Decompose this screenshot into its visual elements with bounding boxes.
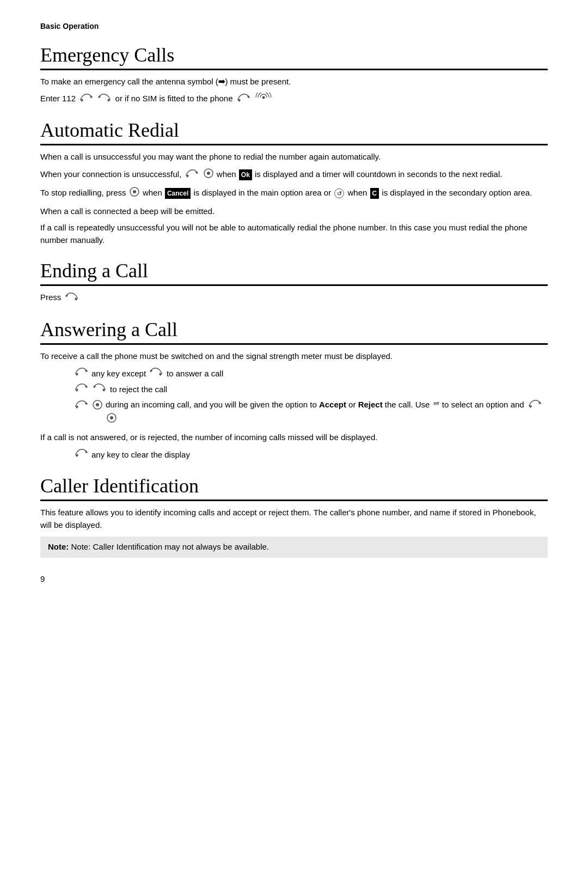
signal-icon [255,93,272,106]
ending-a-call-p1: Press [40,291,548,305]
automatic-redial-p2: When your connection is unsuccessful, wh… [40,168,548,182]
emergency-calls-p1: To make an emergency call the antenna sy… [40,76,548,88]
send-icon-3 [184,168,199,182]
end-icon-bullet2 [92,382,107,396]
nav-icon-2 [129,186,140,201]
answering-a-call-p1: To receive a call the phone must be swit… [40,350,548,363]
answering-extra-bullet-1: any key to clear the display [73,448,548,461]
nav-icon-bullet3b [106,412,117,427]
automatic-redial-p5: If a call is repeatedly unsuccessful you… [40,222,548,246]
emergency-calls-section: Emergency Calls To make an emergency cal… [40,44,548,106]
answering-extra-bullets: any key to clear the display [73,448,548,461]
answering-bullet-2: to reject the call [73,382,548,396]
scroll-nav-icon: ᵐ [433,398,439,412]
svg-point-4 [133,190,136,193]
send-icon-bullet1 [74,367,89,380]
svg-point-2 [207,172,210,175]
answering-bullet-1-text-post: to answer a call [167,367,223,380]
svg-point-8 [110,416,113,419]
page-number: 9 [40,574,548,583]
scroll-icon-1: ↺ [334,188,344,198]
ending-a-call-title: Ending a Call [40,259,548,286]
caller-identification-note: Note: Note: Caller Identification may no… [40,537,548,558]
antenna-symbol: ➡ [218,77,225,86]
reject-label: Reject [358,400,383,409]
send-icon-bullet3b [527,399,542,412]
answering-a-call-title: Answering a Call [40,318,548,345]
basic-operation-label: Basic Operation [40,22,548,31]
ok-badge: Ok [239,169,252,180]
emergency-calls-p2: Enter 112 or if no SIM is fitted to the … [40,93,548,106]
answering-bullet-3: during an incoming call, and you will be… [73,398,548,427]
end-icon-1 [97,93,112,106]
caller-identification-section: Caller Identification This feature allow… [40,474,548,558]
answering-bullet-3-text-1: during an incoming call, and you will be… [106,398,548,427]
answering-bullet-1-text-pre: any key except [91,367,146,380]
caller-identification-title: Caller Identification [40,474,548,501]
c-badge: C [370,188,379,199]
answering-a-call-section: Answering a Call To receive a call the p… [40,318,548,462]
automatic-redial-p3: To stop redialling, press when Cancel is… [40,186,548,201]
answering-extra-bullet-1-text: any key to clear the display [91,448,190,461]
automatic-redial-section: Automatic Redial When a call is unsucces… [40,119,548,246]
answering-bullet-1: any key except to answer a call [73,367,548,380]
nav-icon-1 [203,168,214,182]
svg-point-0 [262,96,265,99]
automatic-redial-p1: When a call is unsuccessful you may want… [40,151,548,163]
note-label: Note: [48,542,69,551]
note-text: Note: Caller Identification may not alwa… [71,542,270,551]
send-icon-2 [236,93,251,106]
svg-point-6 [96,403,99,406]
send-icon-bullet2 [74,382,89,396]
end-icon-2 [64,291,79,305]
send-icon-bullet3 [74,399,89,413]
send-icon-extra1 [74,448,89,461]
end-icon-bullet1 [149,367,164,380]
emergency-calls-title: Emergency Calls [40,44,548,70]
cancel-badge: Cancel [165,188,191,199]
answering-bullet-2-text: to reject the call [110,383,167,396]
answering-bullet-list: any key except to answer a call [73,367,548,427]
caller-identification-p1: This feature allows you to identify inco… [40,507,548,531]
automatic-redial-title: Automatic Redial [40,119,548,145]
nav-icon-bullet3 [92,399,103,414]
answering-after-bullets: If a call is not answered, or is rejecte… [40,431,548,444]
send-icon-1 [78,93,94,106]
accept-label: Accept [319,400,346,409]
ending-a-call-section: Ending a Call Press [40,259,548,305]
automatic-redial-p4: When a call is connected a beep will be … [40,205,548,218]
